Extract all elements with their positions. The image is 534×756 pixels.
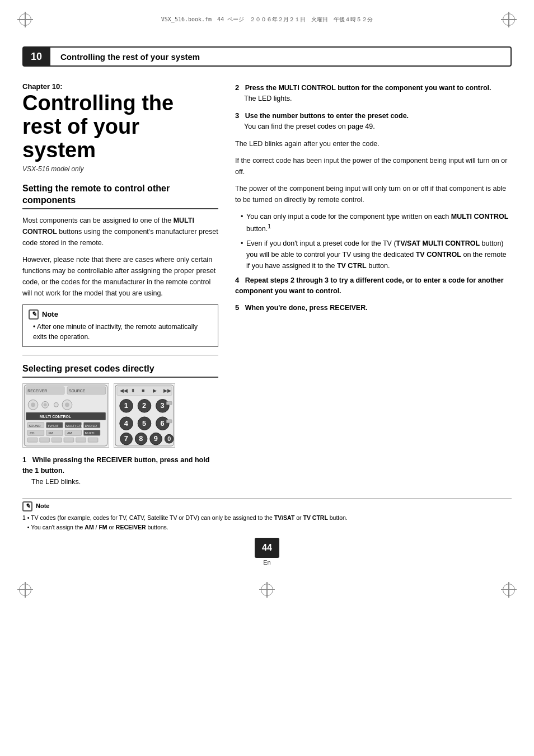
step-1: 1 While pressing the RECEIVER button, pr…: [22, 454, 218, 487]
svg-text:3: 3: [160, 401, 164, 410]
svg-text:7: 7: [124, 434, 128, 443]
step-5: 5 When you're done, press RECEIVER.: [235, 302, 512, 313]
file-meta: VSX_516.book.fm 44 ページ ２００６年２月２１日 火曜日 午後…: [34, 11, 500, 24]
svg-rect-33: [64, 438, 74, 442]
reg-marks-bottom: [17, 570, 517, 598]
bullet-item-2: Even if you don't input a preset code fo…: [241, 238, 512, 271]
note-bullet-1: After one minute of inactivity, the remo…: [29, 322, 212, 342]
left-column: Chapter 10: Controlling the rest of your…: [22, 67, 229, 493]
step-3-sub2: The LED blinks again after you enter the…: [235, 138, 512, 149]
chapter-label: Chapter 10:: [22, 82, 218, 91]
svg-text:■: ■: [142, 388, 144, 393]
svg-text:0: 0: [167, 435, 171, 442]
svg-rect-56: [166, 420, 172, 423]
svg-text:MULTI: MULTI: [85, 431, 95, 435]
footnote-area: ✎ Note 1 • TV codes (for example, codes …: [22, 499, 512, 532]
note-icon-1: ✎: [29, 309, 39, 320]
section1-para2: However, please note that there are case…: [22, 254, 218, 299]
svg-rect-32: [51, 438, 62, 442]
remote-numpad: ◀◀ ⏸ ■ ▶ ▶▶ 1 2 3 4: [114, 383, 175, 448]
section2-heading: Selecting preset codes directly: [22, 363, 218, 378]
footnote-note-label: Note: [36, 501, 49, 511]
reg-mark-tr: [500, 11, 517, 28]
section1-heading: Setting the remote to control other comp…: [22, 183, 218, 209]
chapter-number: 10: [22, 46, 50, 67]
svg-text:MULTI CTRL: MULTI CTRL: [66, 424, 86, 427]
svg-point-11: [65, 402, 69, 407]
chapter-main-title: Controlling the rest of your system: [22, 92, 218, 162]
svg-rect-34: [76, 438, 86, 442]
model-note: VSX-516 model only: [22, 165, 218, 173]
svg-text:DVD/LD: DVD/LD: [85, 424, 97, 427]
step-2-sub: The LED lights.: [235, 93, 292, 104]
svg-text:◀◀: ◀◀: [120, 388, 128, 393]
svg-text:9: 9: [154, 434, 158, 443]
step-1-num: 1: [22, 456, 26, 464]
step-4: 4 Repeat steps 2 through 3 to try a diff…: [235, 275, 512, 297]
svg-point-6: [31, 402, 35, 407]
chapter-title-bar: Controlling the rest of your system: [50, 46, 512, 67]
reg-mark-tl: [17, 11, 34, 28]
reg-marks-top: VSX_516.book.fm 44 ページ ２００６年２月２１日 火曜日 午後…: [17, 11, 517, 42]
step-1-sub: The LED blinks.: [22, 477, 81, 487]
reg-mark-bc: [259, 581, 275, 598]
page: VSX_516.book.fm 44 ページ ２００６年２月２１日 火曜日 午後…: [0, 0, 534, 756]
page-number: 44: [255, 538, 279, 558]
note-header-1: ✎ Note: [29, 309, 212, 320]
svg-rect-30: [27, 438, 38, 442]
step-2: 2 Press the MULTI CONTROL button for the…: [235, 82, 512, 105]
step-3-sub1: You can find the preset codes on page 49…: [235, 121, 375, 132]
footnote-header: ✎ Note: [22, 501, 512, 511]
page-number-area: 44 En: [255, 538, 279, 566]
svg-text:RECEIVER: RECEIVER: [27, 389, 47, 393]
svg-text:8: 8: [139, 434, 143, 443]
svg-text:▶▶: ▶▶: [163, 388, 171, 393]
reg-mark-bl: [17, 581, 34, 598]
step-5-text: When you're done, press RECEIVER.: [245, 304, 368, 312]
bullet-list: You can only input a code for the compon…: [241, 211, 512, 271]
svg-text:CD: CD: [30, 431, 35, 435]
right-column: 2 Press the MULTI CONTROL button for the…: [229, 67, 512, 493]
svg-text:TV/SAT: TV/SAT: [48, 424, 59, 427]
note-box-1: ✎ Note After one minute of inactivity, t…: [22, 304, 218, 347]
step-3-text: Use the number buttons to enter the pres…: [245, 112, 409, 120]
svg-text:4: 4: [124, 419, 129, 427]
footnote-line1: 1 • TV codes (for example, codes for TV,…: [22, 513, 512, 523]
remote-image-area: RECEIVER SOURCE MULTI CONTROL: [22, 383, 218, 448]
bullet-item-1: You can only input a code for the compon…: [241, 211, 512, 234]
svg-point-8: [44, 403, 47, 406]
section1-para1: Most components can be assigned to one o…: [22, 215, 218, 248]
svg-text:1: 1: [124, 401, 128, 410]
chapter-header: 10 Controlling the rest of your system: [22, 46, 512, 67]
svg-point-9: [54, 402, 58, 407]
svg-text:⏸: ⏸: [130, 388, 135, 393]
step-3-sub4: The power of the component being input w…: [235, 183, 512, 205]
reg-mark-br: [500, 581, 517, 598]
svg-text:AM: AM: [67, 431, 72, 435]
svg-text:MULTI CONTROL: MULTI CONTROL: [40, 415, 71, 419]
main-content: Chapter 10: Controlling the rest of your…: [22, 67, 512, 493]
section-divider: [22, 355, 218, 355]
svg-rect-35: [88, 438, 98, 442]
svg-rect-49: [166, 401, 172, 405]
page-bottom: 44 En: [22, 538, 512, 566]
svg-text:SOUND: SOUND: [29, 424, 40, 427]
svg-text:5: 5: [142, 419, 146, 427]
svg-text:2: 2: [142, 401, 146, 410]
step-1-text: While pressing the RECEIVER button, pres…: [22, 456, 209, 475]
remote-left-panel: RECEIVER SOURCE MULTI CONTROL: [22, 383, 109, 448]
step-3-sub3: If the correct code has been input the p…: [235, 155, 512, 177]
svg-text:6: 6: [160, 419, 164, 427]
step-4-text: Repeat steps 2 through 3 to try a differ…: [235, 276, 504, 295]
svg-rect-31: [40, 438, 50, 442]
page-lang: En: [263, 559, 270, 566]
svg-text:SOURCE: SOURCE: [69, 389, 86, 393]
step-3: 3 Use the number buttons to enter the pr…: [235, 110, 512, 133]
svg-text:FM: FM: [49, 431, 54, 435]
footnote-line2: • You can't assign the AM / FM or RECEIV…: [22, 523, 512, 532]
step-2-text: Press the MULTI CONTROL button for the c…: [245, 84, 491, 92]
svg-text:▶: ▶: [153, 388, 157, 393]
footnote-note-icon: ✎: [22, 501, 32, 511]
